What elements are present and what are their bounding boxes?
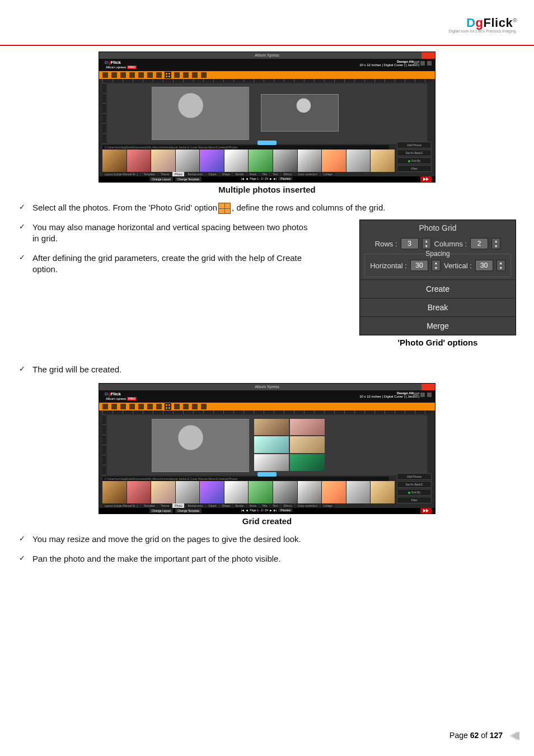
toolbar-icon[interactable]	[183, 404, 189, 409]
toolbar-icon[interactable]	[183, 72, 189, 78]
tab[interactable]: Clipart	[206, 172, 218, 176]
thumb[interactable]	[298, 481, 322, 503]
tab[interactable]: Text	[270, 503, 280, 508]
create-button[interactable]: Create	[360, 279, 516, 298]
horizontal-stepper[interactable]: ▲▼	[432, 260, 441, 271]
thumb[interactable]	[176, 481, 200, 503]
toolbar-icon[interactable]	[174, 72, 180, 78]
photo-thumbs[interactable]	[102, 481, 395, 503]
merge-button[interactable]: Merge	[360, 316, 516, 335]
horizontal-input[interactable]: 30	[410, 260, 428, 271]
tab[interactable]: Background	[185, 172, 205, 176]
sort-by-button[interactable]: Sort By	[397, 157, 432, 164]
toolbar-icon[interactable]	[147, 72, 153, 78]
tab[interactable]: Title	[260, 172, 269, 176]
tab-photo[interactable]: Photo	[172, 172, 184, 176]
zoom-indicator[interactable]	[257, 472, 277, 477]
inserted-photo[interactable]	[152, 87, 249, 140]
design-canvas[interactable]	[107, 83, 427, 144]
window-close-icon[interactable]	[421, 384, 435, 390]
rows-stepper[interactable]: ▲▼	[422, 238, 431, 249]
thumb[interactable]	[151, 481, 175, 503]
toolbar-icon[interactable]	[201, 72, 207, 78]
toolbar-icon[interactable]	[192, 72, 198, 78]
thumb[interactable]	[322, 150, 346, 172]
home-icon[interactable]	[414, 61, 418, 66]
zoom-indicator[interactable]	[257, 141, 277, 145]
toolbar-icon[interactable]	[102, 404, 108, 409]
grid-cell[interactable]	[254, 454, 289, 471]
grid-cell[interactable]	[290, 454, 325, 471]
toolbar-icon[interactable]	[129, 404, 135, 409]
filter-button[interactable]: Filter	[397, 165, 432, 172]
toolbar-icon[interactable]	[120, 72, 126, 78]
help-icon[interactable]	[427, 393, 432, 397]
tab[interactable]: Theme	[158, 172, 172, 176]
home-icon[interactable]	[414, 393, 418, 397]
window-close-icon[interactable]	[421, 52, 435, 59]
toolbar-icon[interactable]	[201, 404, 207, 409]
thumb[interactable]	[176, 150, 200, 172]
tab[interactable]: Color correction	[296, 503, 320, 508]
thumb[interactable]	[346, 150, 371, 172]
tab[interactable]: Layout [Large Manual M...]	[102, 172, 140, 176]
next-button[interactable]	[420, 508, 432, 514]
rows-input[interactable]: 3	[401, 238, 419, 249]
thumb[interactable]	[127, 481, 151, 503]
help-icon[interactable]	[427, 61, 432, 66]
grid-cell[interactable]	[254, 436, 289, 453]
filter-button[interactable]: Filter	[397, 497, 432, 503]
tab[interactable]: Layout [Large Manual M...]	[102, 503, 140, 508]
toolbar-icon[interactable]	[138, 404, 144, 409]
tab[interactable]: Color correction	[296, 172, 320, 176]
thumb[interactable]	[273, 150, 297, 172]
photo-grid[interactable]	[254, 419, 325, 471]
toolbar-icon[interactable]	[156, 404, 162, 409]
page-navigator[interactable]: |◀◀Page 1 - 2 / 24▶▶| Preview	[241, 508, 293, 512]
grid-cell[interactable]	[290, 419, 325, 436]
toolbar-icon[interactable]	[147, 404, 153, 409]
tab[interactable]: Template	[141, 503, 157, 508]
thumb[interactable]	[224, 481, 249, 503]
grid-cell[interactable]	[152, 419, 249, 472]
thumb[interactable]	[371, 481, 395, 503]
tab-photo[interactable]: Photo	[172, 503, 184, 508]
set-as-bg-button[interactable]: Set As BackG	[397, 481, 432, 488]
thumb[interactable]	[102, 481, 127, 503]
photo-grid-icon[interactable]	[165, 72, 171, 78]
thumb[interactable]	[249, 150, 273, 172]
toolbar-icon[interactable]	[111, 72, 117, 78]
thumb[interactable]	[127, 150, 151, 172]
page-navigator[interactable]: |◀◀Page 1 - 2 / 24▶▶| Preview	[241, 177, 293, 180]
tab[interactable]: Text	[270, 172, 280, 176]
vertical-stepper[interactable]: ▲▼	[496, 260, 505, 271]
tab[interactable]: Shape	[220, 172, 232, 176]
toolbar-icon[interactable]	[102, 72, 108, 78]
thumb[interactable]	[102, 150, 127, 172]
thumb[interactable]	[346, 481, 371, 503]
vertical-input[interactable]: 30	[475, 260, 493, 271]
break-button[interactable]: Break	[360, 298, 516, 316]
tab[interactable]: Collage	[321, 172, 335, 176]
next-button[interactable]	[420, 176, 432, 182]
thumb[interactable]	[200, 150, 224, 172]
thumb[interactable]	[249, 481, 273, 503]
cols-stepper[interactable]: ▲▼	[491, 238, 500, 249]
tab[interactable]: Effects	[281, 503, 294, 508]
change-layout-button[interactable]: Change Layout	[149, 177, 173, 181]
toolbar-icon[interactable]	[156, 72, 162, 78]
thumb[interactable]	[298, 150, 322, 172]
design-canvas[interactable]	[107, 415, 427, 475]
photo-grid-icon[interactable]	[165, 404, 171, 409]
thumb[interactable]	[273, 481, 297, 503]
tab[interactable]: Shape	[220, 503, 232, 508]
tab[interactable]: Background	[185, 503, 205, 508]
toolbar-icon[interactable]	[192, 404, 198, 409]
thumb[interactable]	[224, 150, 249, 172]
tab[interactable]: Template	[141, 172, 157, 176]
tab[interactable]: Collage	[321, 503, 335, 508]
thumb[interactable]	[371, 150, 395, 172]
grid-cell[interactable]	[290, 436, 325, 453]
tool-icon[interactable]	[420, 61, 425, 66]
photo-thumbs[interactable]	[102, 150, 395, 172]
